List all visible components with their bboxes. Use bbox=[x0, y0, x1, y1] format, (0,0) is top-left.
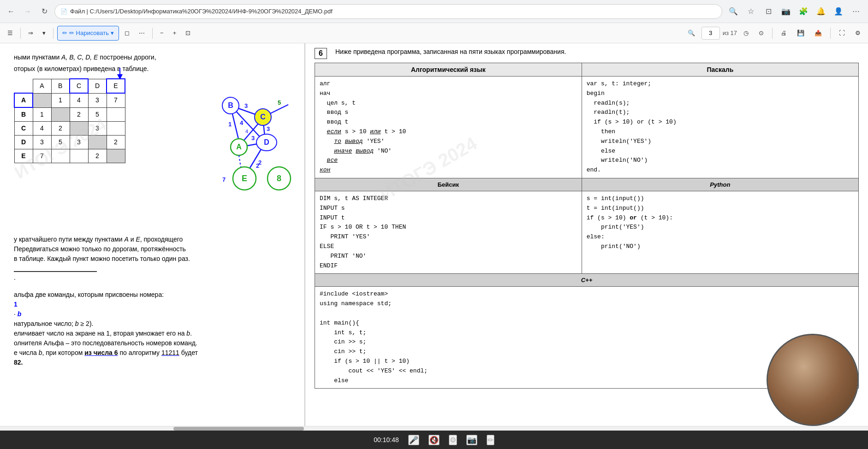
svg-text:2: 2 bbox=[256, 162, 259, 169]
arrow-annotation bbox=[97, 65, 235, 79]
cell-ca: 4 bbox=[33, 122, 51, 136]
cell-de: 2 bbox=[107, 136, 125, 149]
row-c-label: C bbox=[14, 122, 33, 136]
pascal-code: var s, t: integer; begin readln(s); read… bbox=[587, 79, 854, 175]
col-header-a: A bbox=[33, 79, 51, 93]
left-text-1: ными пунктами A, B, C, D, E построены до… bbox=[14, 53, 291, 62]
svg-text:E: E bbox=[242, 174, 247, 183]
col-header-c: C bbox=[70, 79, 88, 93]
scrollbar-area bbox=[0, 426, 868, 431]
pdf-next-button[interactable]: ⊙ bbox=[755, 26, 767, 41]
pdf-contents-button[interactable]: ☰ bbox=[4, 26, 17, 41]
cell-ac: 4 bbox=[70, 93, 88, 107]
pdf-fit-button[interactable]: ⊡ bbox=[182, 26, 194, 41]
basic-header: Бейсик bbox=[315, 178, 582, 191]
scroll-thumb[interactable] bbox=[173, 427, 303, 431]
question-number: 6 bbox=[315, 48, 327, 59]
svg-line-31 bbox=[239, 155, 241, 167]
svg-text:8: 8 bbox=[277, 174, 281, 183]
status-mute-button[interactable]: 🔇 bbox=[428, 435, 440, 445]
pdf-expand-button[interactable]: ⛶ bbox=[835, 26, 849, 41]
row-e-label: E bbox=[14, 149, 33, 163]
alg-code-cell: алг нач цел s, t ввод s ввод t если s > … bbox=[315, 77, 582, 178]
svg-text:A: A bbox=[236, 143, 242, 151]
file-icon: 📄 bbox=[60, 8, 67, 15]
svg-text:D: D bbox=[264, 138, 269, 146]
svg-text:3: 3 bbox=[267, 125, 270, 132]
cell-db: 5 bbox=[51, 136, 70, 149]
row-b-label: B bbox=[14, 107, 33, 122]
main-content: ИТОГЭ 2024 ными пунктами A, B, C, D, E п… bbox=[0, 43, 868, 449]
pdf-print-button[interactable]: 🖨 bbox=[777, 26, 791, 41]
python-header: Python bbox=[582, 178, 858, 191]
cell-ea: 7 bbox=[33, 149, 51, 163]
cell-eb bbox=[51, 149, 70, 163]
browser-profile-button[interactable]: 👤 bbox=[831, 4, 846, 19]
address-text: Файл | C:/Users/1/Desktop/Информатика%20… bbox=[70, 8, 333, 15]
pdf-prev-button[interactable]: ◷ bbox=[740, 26, 752, 41]
toolbar-separator-4 bbox=[772, 28, 773, 39]
cell-be bbox=[107, 107, 125, 122]
forward-button[interactable]: → bbox=[21, 5, 34, 18]
page-total: из 17 bbox=[723, 30, 737, 36]
pdf-settings-button[interactable]: ⚙ bbox=[851, 26, 864, 41]
browser-star-button[interactable]: ☆ bbox=[743, 4, 758, 19]
webcam bbox=[767, 334, 859, 426]
col-header-b: B bbox=[51, 79, 70, 93]
cell-ee bbox=[107, 149, 125, 163]
cell-cc bbox=[70, 122, 88, 136]
pdf-share-button[interactable]: 📤 bbox=[811, 26, 826, 41]
pdf-search-button[interactable]: 🔍 bbox=[684, 26, 699, 41]
pencil-icon: ✏ bbox=[62, 30, 67, 36]
browser-zoom-button[interactable]: 🔍 bbox=[726, 4, 741, 19]
cell-da: 3 bbox=[33, 136, 51, 149]
cell-ec bbox=[70, 149, 88, 163]
webcam-video bbox=[768, 335, 857, 425]
python-code-cell: s = int(input()) t = int(input()) if (s … bbox=[582, 191, 858, 273]
page-input[interactable] bbox=[702, 27, 720, 40]
back-button[interactable]: ← bbox=[5, 5, 18, 18]
status-camera-button[interactable]: 📷 bbox=[466, 435, 477, 445]
browser-roaming-button[interactable]: ⊡ bbox=[761, 4, 776, 19]
cell-ab: 1 bbox=[51, 93, 70, 107]
cell-cb: 2 bbox=[51, 122, 70, 136]
left-panel: ИТОГЭ 2024 ными пунктами A, B, C, D, E п… bbox=[0, 43, 304, 449]
draw-dropdown-icon: ▾ bbox=[111, 30, 114, 36]
toolbar-separator-1 bbox=[20, 28, 21, 39]
pdf-zoom-out-button[interactable]: − bbox=[156, 26, 167, 41]
pdf-bookmark-button[interactable]: ⇒ bbox=[24, 26, 37, 41]
row-d-label: D bbox=[14, 136, 33, 149]
status-settings-button[interactable]: ⚙ bbox=[449, 435, 457, 445]
pdf-bookmark-dropdown[interactable]: ▾ bbox=[39, 26, 49, 41]
pdf-draw-button[interactable]: ✏ ✏ Нарисовать ▾ bbox=[57, 26, 119, 41]
cpp-header: C++ bbox=[315, 274, 859, 287]
alg-code: алг нач цел s, t ввод s ввод t если s > … bbox=[320, 79, 577, 175]
svg-text:4: 4 bbox=[245, 129, 248, 134]
refresh-button[interactable]: ↻ bbox=[38, 5, 51, 18]
status-draw-button[interactable]: ✏ bbox=[487, 435, 494, 445]
svg-text:3: 3 bbox=[244, 102, 248, 109]
right-panel: ИТОГЭ 2024 6 Ниже приведена программа, з… bbox=[305, 43, 868, 449]
graph-svg: 3 5 3 2 1 4 3 4 B bbox=[198, 96, 300, 202]
pascal-header: Паскаль bbox=[582, 63, 858, 77]
pdf-eraser-button[interactable]: ◻ bbox=[121, 26, 133, 41]
browser-toolbar-right: 🔍 ☆ ⊡ 📷 🧩 🔔 👤 ⋯ bbox=[726, 4, 863, 19]
col-header-d: D bbox=[88, 79, 107, 93]
cell-bb bbox=[51, 107, 70, 122]
browser-screenshot-button[interactable]: 📷 bbox=[779, 4, 793, 19]
cell-bd: 5 bbox=[88, 107, 107, 122]
cell-bc: 2 bbox=[70, 107, 88, 122]
page-nav: 🔍 из 17 ◷ ⊙ 🖨 💾 📤 ⛶ ⚙ bbox=[684, 26, 864, 41]
address-bar[interactable]: 📄 Файл | C:/Users/1/Desktop/Информатика%… bbox=[54, 4, 722, 19]
code-table: Алгоритмический язык Паскаль алг нач цел… bbox=[315, 63, 859, 389]
browser-addon-button[interactable]: 🧩 bbox=[796, 4, 811, 19]
browser-menu-button[interactable]: ⋯ bbox=[849, 4, 863, 19]
pdf-more-button[interactable]: ⋯ bbox=[135, 26, 149, 41]
status-bar: 00:10:48 🎤 🔇 ⚙ 📷 ✏ bbox=[0, 431, 868, 449]
cell-ce bbox=[107, 122, 125, 136]
pdf-zoom-in-button[interactable]: + bbox=[169, 26, 180, 41]
status-mic-button[interactable]: 🎤 bbox=[408, 435, 419, 445]
pdf-save-button[interactable]: 💾 bbox=[793, 26, 808, 41]
question-text: Ниже приведена программа, записанная на … bbox=[335, 48, 566, 55]
browser-notification-button[interactable]: 🔔 bbox=[814, 4, 828, 19]
